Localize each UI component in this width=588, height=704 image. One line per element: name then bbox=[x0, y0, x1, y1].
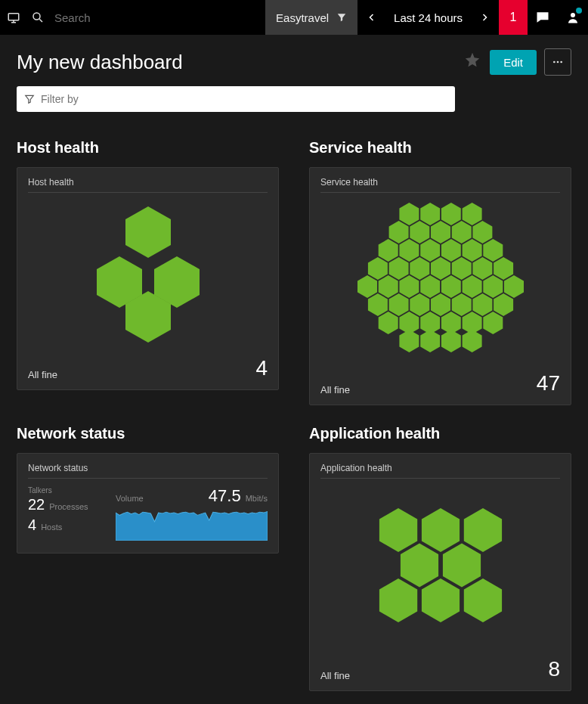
problems-count: 1 bbox=[510, 11, 517, 24]
svg-marker-12 bbox=[441, 203, 460, 225]
tile-application-health[interactable]: Application health All fine 8 bbox=[309, 453, 571, 691]
svg-point-1 bbox=[33, 13, 40, 20]
svg-marker-11 bbox=[420, 203, 440, 225]
svg-marker-34 bbox=[399, 275, 419, 298]
svg-marker-57 bbox=[379, 508, 416, 552]
tile-service-health[interactable]: Service health All fine 47 bbox=[309, 167, 571, 405]
chat-icon bbox=[535, 10, 550, 25]
search-input[interactable] bbox=[54, 11, 206, 24]
hosts-count: 4 bbox=[28, 516, 36, 534]
section-title: Network status bbox=[17, 425, 279, 442]
notification-dot-icon bbox=[576, 8, 582, 14]
app-switcher-icon[interactable] bbox=[6, 10, 21, 25]
svg-marker-56 bbox=[462, 330, 481, 352]
section-network-status: Network status Network status Talkers 22… bbox=[17, 425, 279, 691]
tile-network-status[interactable]: Network status Talkers 22 Processes 4 Ho… bbox=[17, 453, 279, 554]
filter-input-wrapper[interactable] bbox=[17, 86, 455, 112]
svg-marker-41 bbox=[388, 293, 408, 316]
chat-button[interactable] bbox=[528, 0, 558, 35]
svg-marker-40 bbox=[367, 293, 387, 316]
svg-point-3 bbox=[553, 61, 556, 64]
svg-marker-45 bbox=[472, 293, 492, 316]
more-actions-button[interactable] bbox=[544, 48, 571, 76]
service-health-graphic bbox=[320, 199, 560, 365]
processes-label: Processes bbox=[49, 502, 88, 511]
status-text: All fine bbox=[320, 670, 350, 681]
chevron-right-icon bbox=[480, 13, 489, 22]
hexagon-cluster-icon bbox=[357, 203, 524, 352]
svg-marker-37 bbox=[462, 275, 481, 298]
svg-marker-31 bbox=[494, 257, 513, 280]
volume-value: 47.5 bbox=[209, 486, 241, 506]
management-zone-selector[interactable]: Easytravel bbox=[265, 0, 357, 35]
svg-marker-46 bbox=[494, 293, 513, 316]
svg-marker-61 bbox=[442, 544, 480, 588]
svg-marker-33 bbox=[378, 275, 398, 298]
svg-marker-64 bbox=[463, 578, 501, 622]
status-text: All fine bbox=[320, 384, 350, 395]
svg-marker-42 bbox=[410, 293, 429, 316]
timeframe-prev-button[interactable] bbox=[357, 0, 386, 35]
section-title: Application health bbox=[309, 425, 571, 442]
svg-marker-47 bbox=[378, 312, 398, 334]
svg-marker-43 bbox=[431, 293, 450, 316]
section-title: Host health bbox=[17, 139, 279, 157]
filter-icon bbox=[336, 12, 347, 23]
svg-marker-10 bbox=[399, 203, 419, 225]
svg-marker-23 bbox=[462, 239, 481, 262]
svg-marker-14 bbox=[388, 221, 408, 243]
dashboard-grid: Host health Host health All fine 4 bbox=[0, 124, 588, 704]
user-menu-button[interactable] bbox=[558, 0, 588, 35]
talkers-label: Talkers bbox=[28, 486, 104, 495]
svg-rect-0 bbox=[8, 14, 19, 20]
page-title: My new dashboard bbox=[17, 51, 464, 74]
dashboard-header: My new dashboard Edit bbox=[0, 35, 588, 83]
svg-marker-25 bbox=[367, 257, 387, 280]
svg-marker-30 bbox=[472, 257, 492, 280]
star-icon bbox=[464, 51, 481, 68]
svg-point-4 bbox=[557, 61, 559, 64]
svg-marker-21 bbox=[420, 239, 440, 262]
svg-marker-22 bbox=[441, 239, 460, 262]
svg-marker-26 bbox=[388, 257, 408, 280]
svg-marker-53 bbox=[399, 330, 419, 352]
processes-count: 22 bbox=[28, 496, 45, 513]
search-icon[interactable] bbox=[30, 10, 45, 25]
favorite-button[interactable] bbox=[464, 51, 481, 73]
filter-input[interactable] bbox=[41, 93, 447, 105]
ellipsis-icon bbox=[552, 56, 564, 68]
tile-title: Application health bbox=[320, 463, 560, 479]
svg-marker-55 bbox=[441, 330, 460, 352]
svg-marker-54 bbox=[420, 330, 440, 352]
filter-bar bbox=[0, 83, 588, 124]
host-count: 4 bbox=[255, 356, 268, 380]
problems-indicator[interactable]: 1 bbox=[499, 0, 528, 35]
svg-marker-13 bbox=[462, 203, 481, 225]
hosts-label: Hosts bbox=[41, 523, 62, 532]
timeframe-selector: Last 24 hours bbox=[357, 0, 499, 35]
svg-point-2 bbox=[571, 13, 575, 17]
svg-marker-39 bbox=[504, 275, 524, 298]
svg-point-5 bbox=[560, 61, 562, 64]
svg-marker-17 bbox=[451, 221, 471, 243]
svg-marker-20 bbox=[399, 239, 419, 262]
tile-host-health[interactable]: Host health All fine 4 bbox=[17, 167, 279, 390]
timeframe-label[interactable]: Last 24 hours bbox=[386, 11, 470, 24]
svg-marker-52 bbox=[483, 312, 503, 334]
svg-marker-29 bbox=[451, 257, 471, 280]
volume-unit: Mbit/s bbox=[246, 494, 268, 503]
svg-marker-60 bbox=[400, 544, 438, 588]
volume-label: Volume bbox=[116, 494, 144, 503]
status-text: All fine bbox=[28, 369, 57, 380]
volume-sparkline bbox=[116, 509, 268, 541]
tile-title: Service health bbox=[320, 177, 560, 193]
hexagon-icon bbox=[97, 206, 200, 343]
svg-marker-15 bbox=[410, 221, 429, 243]
timeframe-next-button[interactable] bbox=[470, 0, 499, 35]
section-host-health: Host health Host health All fine 4 bbox=[17, 139, 279, 405]
edit-button[interactable]: Edit bbox=[490, 50, 537, 75]
svg-marker-36 bbox=[441, 275, 460, 298]
svg-marker-28 bbox=[431, 257, 450, 280]
section-service-health: Service health Service health All fine 4… bbox=[309, 139, 571, 405]
svg-marker-62 bbox=[379, 578, 416, 622]
